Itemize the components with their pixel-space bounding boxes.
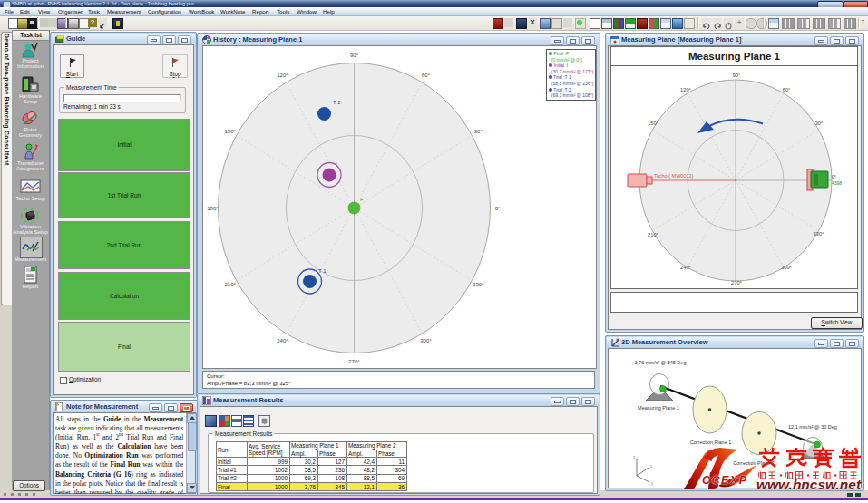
svg-text:210°: 210°	[224, 282, 236, 287]
svg-text:270°: 270°	[348, 359, 360, 364]
svg-text:120°: 120°	[277, 73, 288, 78]
svg-text:30°: 30°	[474, 129, 483, 134]
svg-text:z: z	[633, 455, 636, 459]
svg-text:240°: 240°	[680, 265, 691, 270]
svg-text:0°: 0°	[832, 174, 836, 179]
svg-text:Measuring Plane 1: Measuring Plane 1	[638, 405, 679, 411]
svg-text:300°: 300°	[420, 338, 432, 343]
svg-text:30°: 30°	[815, 121, 824, 126]
svg-text:330°: 330°	[814, 231, 824, 237]
svg-text:12,1 mm/s² @ 30 Deg: 12,1 mm/s² @ 30 Deg	[788, 424, 837, 430]
svg-text:150°: 150°	[648, 121, 658, 126]
svg-text:F: F	[360, 197, 364, 202]
svg-text:x: x	[650, 464, 653, 469]
svg-text:T 1: T 1	[318, 268, 327, 274]
svg-text:Tacho ( MW0012): Tacho ( MW0012)	[654, 173, 694, 179]
svg-text:210°: 210°	[648, 232, 658, 237]
svg-text:240°: 240°	[277, 338, 288, 343]
svg-text:180°: 180°	[207, 206, 219, 211]
svg-text:120°: 120°	[680, 87, 691, 92]
svg-text:90°: 90°	[733, 73, 741, 78]
svg-text:330°: 330°	[473, 282, 484, 287]
svg-text:270°: 270°	[731, 280, 742, 285]
svg-text:90°: 90°	[350, 53, 359, 58]
svg-text:T 2: T 2	[333, 100, 341, 105]
svg-text:60°: 60°	[783, 87, 791, 92]
svg-text:300°: 300°	[781, 265, 792, 270]
svg-text:0°: 0°	[495, 206, 501, 211]
svg-text:60°: 60°	[422, 73, 431, 78]
svg-text:y: y	[651, 481, 654, 486]
svg-text:3,76 mm/s² @ 345 Deg: 3,76 mm/s² @ 345 Deg	[635, 360, 687, 365]
svg-text:4398: 4398	[832, 180, 842, 186]
svg-text:150°: 150°	[224, 129, 236, 134]
